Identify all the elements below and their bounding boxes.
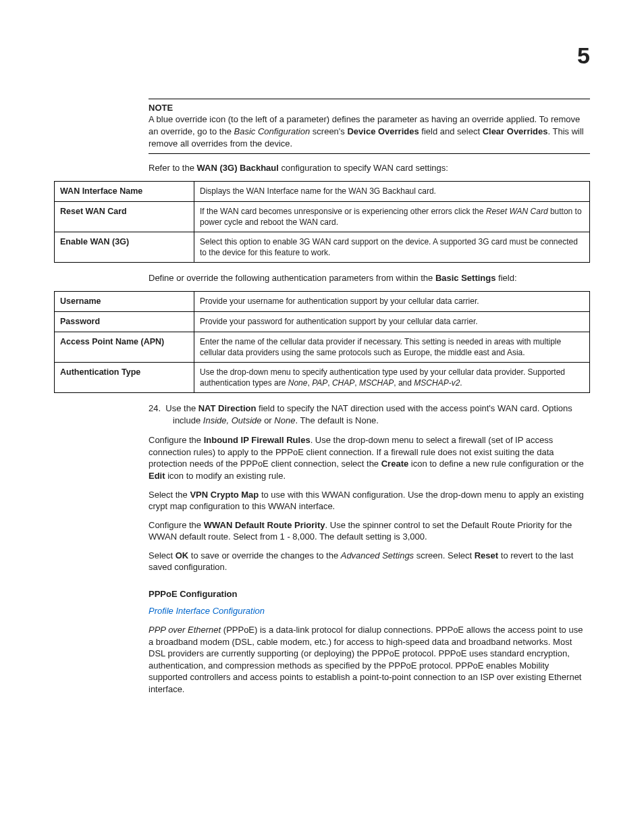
text-italic: MSCHAP-v2 — [414, 378, 460, 388]
wan-backhaul-table: WAN Interface Name Displays the WAN Inte… — [54, 181, 590, 263]
row-desc: Provide your username for authentication… — [194, 291, 590, 311]
text-bold: WWAN Default Route Priority — [204, 520, 325, 530]
para-firewall: Configure the Inbound IP Firewall Rules.… — [149, 434, 590, 481]
text: . — [460, 378, 462, 388]
row-desc: Select this option to enable 3G WAN card… — [194, 232, 590, 262]
text: Provide your password for authentication… — [200, 317, 478, 326]
intro-basic-settings: Define or override the following authent… — [149, 272, 590, 284]
text-bold: Basic Settings — [435, 273, 496, 283]
page-number: 5 — [54, 41, 590, 72]
text-bold: NAT Direction — [198, 403, 257, 413]
pppoe-body: PPP over Ethernet (PPPoE) is a data-link… — [149, 624, 590, 695]
text-italic: Advanced Settings — [341, 550, 414, 561]
text-italic: None — [274, 415, 295, 425]
row-label: WAN Interface Name — [55, 181, 194, 201]
profile-interface-link[interactable]: Profile Interface Configuration — [149, 605, 590, 617]
row-desc: Enter the name of the cellular data prov… — [194, 332, 590, 362]
table-row: Enable WAN (3G) Select this option to en… — [55, 232, 590, 262]
pppoe-config-heading: PPPoE Configuration — [149, 588, 590, 600]
row-label: Authentication Type — [55, 362, 194, 392]
text-italic: PPP over Ethernet — [149, 625, 221, 635]
table-row: Reset WAN Card If the WAN card becomes u… — [55, 201, 590, 232]
text: Select — [149, 550, 176, 561]
text: Define or override the following authent… — [149, 273, 435, 283]
text-italic: None — [288, 378, 308, 388]
row-label: Reset WAN Card — [55, 201, 194, 232]
note-text-bold: Clear Overrides — [483, 126, 548, 136]
text: , — [327, 378, 332, 388]
row-label: Enable WAN (3G) — [55, 232, 194, 262]
text: If the WAN card becomes unresponsive or … — [200, 207, 486, 216]
row-desc: Provide your password for authentication… — [194, 311, 590, 332]
note-text-italic: Basic Configuration — [234, 126, 310, 136]
para-vpn: Select the VPN Crypto Map to use with th… — [149, 489, 590, 513]
text: configuration to specify WAN card settin… — [279, 163, 448, 173]
row-label: Password — [55, 311, 194, 332]
note-text: field and select — [419, 126, 483, 136]
table-row: Access Point Name (APN) Enter the name o… — [55, 332, 590, 362]
text-italic: PAP — [312, 378, 327, 388]
text: Select the — [149, 490, 190, 500]
table-row: Password Provide your password for authe… — [55, 311, 590, 332]
text: screen. Select — [414, 550, 475, 561]
table-row: Username Provide your username for authe… — [55, 291, 590, 311]
table-row: WAN Interface Name Displays the WAN Inte… — [55, 181, 590, 201]
row-label: Username — [55, 291, 194, 311]
text-bold: OK — [176, 550, 189, 561]
note-body: A blue override icon (to the left of a p… — [149, 113, 590, 149]
text: icon to define a new rule configuration … — [408, 459, 583, 469]
text-bold: VPN Crypto Map — [190, 490, 259, 500]
text-italic: MSCHAP — [359, 378, 394, 388]
para-ok-reset: Select OK to save or override the change… — [149, 550, 590, 573]
text: Configure the — [149, 435, 204, 445]
text-bold: Reset — [475, 550, 498, 561]
text-bold: Create — [381, 459, 408, 469]
row-desc: Use the drop-down menu to specify authen… — [194, 362, 590, 392]
text: to save or override the changes to the — [188, 550, 340, 561]
text-bold: Edit — [149, 471, 165, 481]
step-number: 24. — [149, 403, 161, 413]
note-title: NOTE — [149, 102, 590, 114]
table-row: Authentication Type Use the drop-down me… — [55, 362, 590, 392]
text-italic: Inside, Outside — [203, 415, 262, 425]
intro-wan-backhaul: Refer to the WAN (3G) Backhaul configura… — [149, 162, 590, 174]
text: Refer to the — [149, 163, 197, 173]
text: , and — [394, 378, 414, 388]
text: icon to modify an existing rule. — [165, 471, 286, 481]
text: Select this option to enable 3G WAN card… — [200, 237, 578, 257]
text: Configure the — [149, 520, 204, 530]
text: Enter the name of the cellular data prov… — [200, 337, 561, 357]
text-italic: CHAP — [332, 378, 354, 388]
text-bold: Inbound IP Firewall Rules — [204, 435, 311, 445]
text: Use the — [165, 403, 198, 413]
step-list: 24. Use the NAT Direction field to speci… — [149, 402, 590, 426]
note-text: screen's — [310, 126, 347, 136]
text: . The default is None. — [295, 415, 378, 425]
step-24: 24. Use the NAT Direction field to speci… — [149, 402, 590, 426]
text-italic: Reset WAN Card — [486, 207, 548, 216]
basic-settings-table: Username Provide your username for authe… — [54, 291, 590, 394]
rule-top — [149, 99, 590, 99]
text: , — [354, 378, 359, 388]
text: (PPPoE) is a data-link protocol for dial… — [149, 625, 583, 694]
row-label: Access Point Name (APN) — [55, 332, 194, 362]
para-route-priority: Configure the WWAN Default Route Priorit… — [149, 519, 590, 543]
text-bold: WAN (3G) Backhaul — [197, 163, 279, 173]
row-desc: If the WAN card becomes unresponsive or … — [194, 201, 590, 232]
text: Displays the WAN Interface name for the … — [200, 186, 436, 196]
text: Provide your username for authentication… — [200, 296, 479, 306]
note-text-bold: Device Overrides — [347, 126, 419, 136]
text: or — [262, 415, 275, 425]
rule-bottom — [149, 153, 590, 154]
row-desc: Displays the WAN Interface name for the … — [194, 181, 590, 201]
text: field: — [495, 273, 516, 283]
